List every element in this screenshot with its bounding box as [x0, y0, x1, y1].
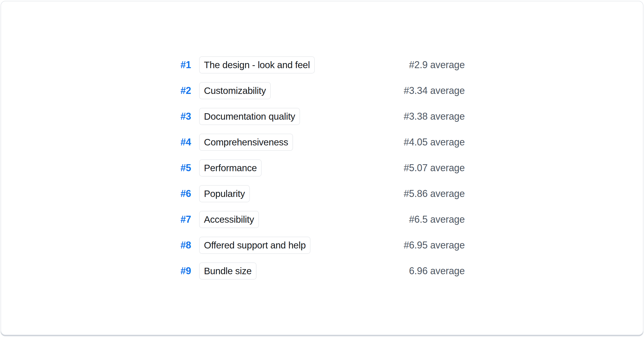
ranking-row: #9 Bundle size 6.96 average	[179, 262, 465, 280]
ranking-row: #5 Performance #5.07 average	[179, 159, 465, 177]
rank-label: #5	[179, 162, 191, 174]
average-score: #5.07 average	[404, 162, 465, 174]
rank-label: #4	[179, 137, 191, 148]
average-score: #3.34 average	[404, 85, 465, 96]
rank-label: #7	[179, 214, 191, 225]
ranking-row: #7 Accessibility #6.5 average	[179, 211, 465, 228]
average-score: #3.38 average	[404, 111, 465, 122]
average-score: #6.95 average	[404, 240, 465, 251]
results-card: #1 The design - look and feel #2.9 avera…	[1, 1, 643, 335]
ranking-item-chip[interactable]: Comprehensiveness	[199, 134, 293, 151]
rank-label: #9	[179, 265, 191, 277]
average-score: 6.96 average	[409, 265, 465, 277]
rank-label: #6	[179, 188, 191, 199]
average-score: #5.86 average	[404, 188, 465, 199]
ranking-item-chip[interactable]: The design - look and feel	[199, 56, 315, 74]
ranking-row: #6 Popularity #5.86 average	[179, 185, 465, 202]
ranking-item-chip[interactable]: Documentation quality	[199, 108, 300, 125]
ranking-item-chip[interactable]: Customizability	[199, 82, 271, 99]
rank-label: #2	[179, 85, 191, 96]
ranking-item-chip[interactable]: Performance	[199, 159, 262, 177]
ranking-row: #1 The design - look and feel #2.9 avera…	[179, 56, 465, 74]
rank-label: #8	[179, 240, 191, 251]
ranking-item-chip[interactable]: Popularity	[199, 185, 250, 202]
ranking-list: #1 The design - look and feel #2.9 avera…	[179, 56, 465, 280]
average-score: #6.5 average	[409, 214, 465, 225]
ranking-item-chip[interactable]: Accessibility	[199, 211, 259, 228]
ranking-row: #8 Offered support and help #6.95 averag…	[179, 237, 465, 254]
average-score: #4.05 average	[404, 137, 465, 148]
ranking-item-chip[interactable]: Bundle size	[199, 262, 257, 280]
rank-label: #1	[179, 59, 191, 71]
ranking-row: #2 Customizability #3.34 average	[179, 82, 465, 99]
ranking-item-chip[interactable]: Offered support and help	[199, 237, 310, 254]
ranking-row: #4 Comprehensiveness #4.05 average	[179, 134, 465, 151]
average-score: #2.9 average	[409, 59, 465, 71]
rank-label: #3	[179, 111, 191, 122]
ranking-row: #3 Documentation quality #3.38 average	[179, 108, 465, 125]
